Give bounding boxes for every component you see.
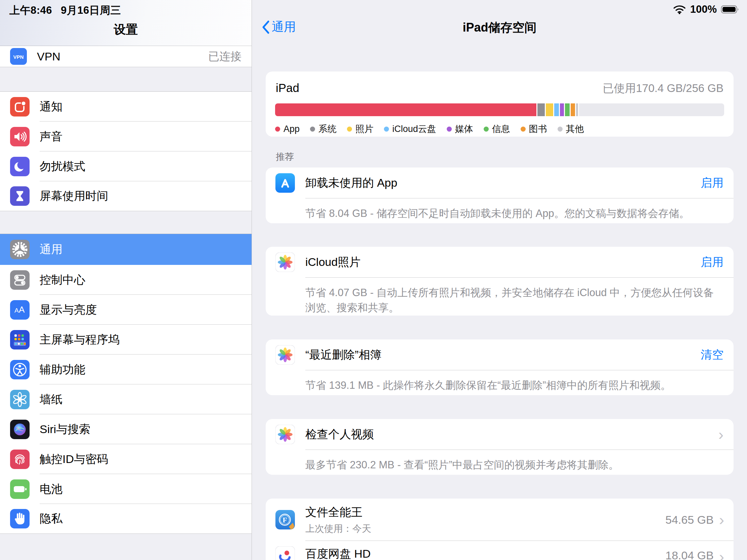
app-name: 文件全能王	[305, 505, 665, 520]
gear-icon	[10, 240, 30, 259]
app-size: 54.65 GB	[665, 513, 714, 527]
sidebar-item-touch-id-passcode[interactable]: 触控ID与密码	[0, 444, 252, 474]
legend-dot	[447, 127, 452, 132]
apps-storage-list: F 文件全能王 上次使用：今天 54.65 GB › 百度网盘 HD 18.04…	[266, 499, 733, 560]
storage-detail-panel: 100% 通用 iPad储存空间 iPad 已使用170.4 GB/256 GB	[252, 0, 747, 560]
app-size: 18.04 GB	[665, 549, 714, 560]
recommendation-title: “最近删除”相簿	[305, 347, 701, 363]
sidebar-item-vpn[interactable]: VPN VPN 已连接	[0, 46, 252, 67]
control-center-icon	[10, 270, 30, 290]
storage-segment-app	[275, 103, 536, 116]
settings-sidebar: 上午8:469月16日周三 设置 VPN VPN 已连接 通知 声音	[0, 0, 252, 560]
sidebar-item-do-not-disturb[interactable]: 勿扰模式	[0, 152, 252, 181]
storage-segment-books	[571, 103, 575, 116]
accessibility-icon	[10, 360, 30, 379]
status-time: 上午8:46	[9, 4, 52, 16]
recommendation-review-videos[interactable]: 检查个人视频 › 最多节省 230.2 MB - 查看“照片”中最占空间的视频并…	[266, 419, 733, 475]
detail-title: iPad储存空间	[252, 20, 747, 36]
sidebar-item-screen-time[interactable]: 屏幕使用时间	[0, 181, 252, 211]
app-row-baidupan[interactable]: 百度网盘 HD 18.04 GB ›	[266, 541, 733, 560]
legend-item: 系统	[310, 123, 337, 135]
app-store-icon	[276, 173, 295, 193]
legend-item: 照片	[347, 123, 374, 135]
photos-icon	[276, 252, 295, 272]
recommendation-desc: 节省 139.1 MB - 此操作将永久删除保留在“最近删除”相簿中的所有照片和…	[266, 370, 733, 393]
photos-icon	[276, 425, 295, 444]
sidebar-item-label: 辅助功能	[40, 362, 85, 377]
sidebar-item-label: 声音	[40, 129, 62, 144]
legend-item: App	[275, 124, 300, 134]
sidebar-item-label: 触控ID与密码	[40, 452, 108, 467]
sidebar-item-accessibility[interactable]: 辅助功能	[0, 354, 252, 384]
storage-legend: App 系统 照片 iCloud云盘 媒体 信息 图书 其他	[275, 123, 724, 135]
app-last-used: 上次使用：今天	[305, 523, 665, 535]
legend-dot	[347, 127, 352, 132]
enable-link[interactable]: 启用	[701, 175, 723, 191]
legend-dot	[484, 127, 489, 132]
storage-segment-other	[576, 103, 578, 116]
siri-icon	[10, 420, 30, 439]
page-title: 设置	[0, 22, 252, 38]
legend-item: 图书	[521, 123, 547, 135]
legend-dot	[275, 127, 280, 132]
device-name: iPad	[276, 81, 299, 95]
wallpaper-icon	[10, 390, 30, 409]
recommendation-title: 检查个人视频	[305, 427, 718, 442]
sidebar-item-general[interactable]: 通用	[0, 234, 252, 265]
storage-bar	[275, 103, 724, 116]
sidebar-item-label: 墙纸	[40, 392, 62, 407]
sidebar-item-control-center[interactable]: 控制中心	[0, 265, 252, 295]
sidebar-item-label: 勿扰模式	[40, 159, 85, 174]
recommendation-desc: 节省 8.04 GB - 储存空间不足时自动卸载未使用的 App。您的文稿与数据…	[266, 198, 733, 221]
section-label-recommendations: 推荐	[276, 151, 294, 163]
enable-link[interactable]: 启用	[701, 255, 723, 270]
recommendation-desc: 最多节省 230.2 MB - 查看“照片”中最占空间的视频并考虑将其删除。	[266, 450, 733, 472]
legend-item: 信息	[484, 123, 510, 135]
legend-item: iCloud云盘	[384, 123, 436, 135]
sidebar-item-home-screen-dock[interactable]: 主屏幕与程序坞	[0, 325, 252, 354]
app-name: 百度网盘 HD	[305, 546, 665, 560]
home-screen-icon	[10, 330, 30, 349]
wifi-icon	[673, 4, 686, 15]
sidebar-item-label: 隐私	[40, 511, 62, 527]
sidebar-gap	[0, 211, 252, 234]
sidebar-gap	[0, 534, 252, 560]
battery-icon	[10, 479, 30, 499]
sidebar-item-battery[interactable]: 电池	[0, 474, 252, 504]
storage-summary-card: iPad 已使用170.4 GB/256 GB App 系统 照片 iCloud…	[266, 72, 733, 137]
sidebar-item-wallpaper[interactable]: 墙纸	[0, 384, 252, 414]
sidebar-item-display-brightness[interactable]: A A 显示与亮度	[0, 295, 252, 325]
sidebar-item-notifications[interactable]: 通知	[0, 92, 252, 122]
statusbar-right: 100%	[673, 3, 740, 16]
nav-bar: 通用 iPad储存空间	[252, 19, 747, 35]
sidebar-item-privacy[interactable]: 隐私	[0, 504, 252, 534]
sidebar-item-sounds[interactable]: 声音	[0, 122, 252, 152]
sidebar-item-label: 屏幕使用时间	[40, 188, 108, 204]
disclosure-chevron-icon: ›	[719, 548, 724, 560]
recommendation-title: 卸载未使用的 App	[305, 175, 701, 191]
clear-link[interactable]: 清空	[701, 347, 723, 363]
sidebar-item-siri-search[interactable]: Siri与搜索	[0, 414, 252, 444]
sounds-icon	[10, 127, 30, 146]
storage-segment-free	[579, 103, 724, 116]
storage-segment-icloud	[554, 103, 559, 116]
legend-item: 媒体	[447, 123, 473, 135]
battery-status-icon	[721, 5, 740, 14]
app-row-filemaster[interactable]: F 文件全能王 上次使用：今天 54.65 GB ›	[266, 499, 733, 541]
svg-text:A: A	[15, 307, 19, 314]
moon-icon	[10, 157, 30, 176]
sidebar-item-label: VPN	[37, 50, 208, 63]
sidebar-item-label: 控制中心	[40, 272, 85, 288]
notifications-icon	[10, 97, 30, 116]
recommendation-title: iCloud照片	[305, 255, 701, 270]
vpn-status: 已连接	[208, 49, 241, 64]
recommendation-icloud-photos: iCloud照片 启用 节省 4.07 GB - 自动上传所有照片和视频，并安全…	[266, 247, 733, 316]
sidebar-item-label: Siri与搜索	[40, 422, 91, 437]
sidebar-item-label: 电池	[40, 481, 62, 497]
svg-text:VPN: VPN	[14, 54, 24, 60]
storage-segment-system	[537, 103, 544, 116]
legend-dot	[558, 127, 563, 132]
storage-usage-text: 已使用170.4 GB/256 GB	[602, 81, 723, 96]
display-brightness-icon: A A	[10, 300, 30, 320]
storage-segment-messages	[565, 103, 570, 116]
